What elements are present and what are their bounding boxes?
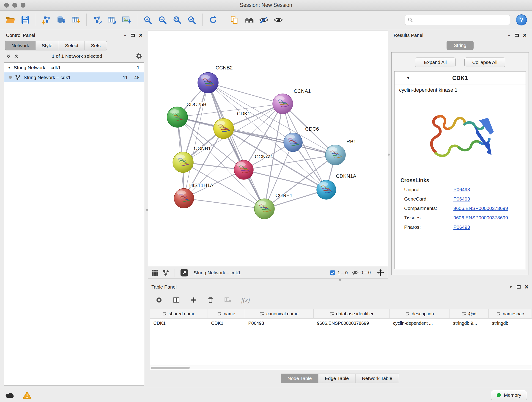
network-graph[interactable]: CCNB2CCNA1CDC25BCDK1CDC6RB1CCNB1CCNA2CDK… [148, 31, 388, 267]
network-node-CDC6[interactable]: CDC6 [284, 126, 319, 152]
help-button[interactable]: ? [516, 14, 527, 26]
column-header[interactable]: shared name [150, 309, 208, 319]
delete-table-icon[interactable] [224, 296, 232, 304]
left-splitter[interactable] [146, 30, 148, 387]
cell-shared-name[interactable]: CDK1 [150, 319, 208, 328]
open-session-button[interactable] [4, 13, 17, 27]
import-table-button[interactable] [69, 13, 83, 27]
network-canvas[interactable]: CCNB2CCNA1CDC25BCDK1CDC6RB1CCNB1CCNA2CDK… [148, 30, 388, 267]
function-builder-button[interactable]: f(x) [241, 297, 250, 304]
import-network-button[interactable] [40, 13, 53, 27]
search-input[interactable] [415, 17, 507, 23]
panel-menu-icon[interactable]: ▼ [507, 33, 511, 37]
compartments-link[interactable]: 9606.ENSP00000378699 [453, 206, 521, 211]
zoom-selected-button[interactable] [185, 13, 199, 27]
right-splitter[interactable] [388, 30, 390, 279]
cell-database-identifier[interactable]: 9606.ENSP00000378699 [314, 319, 390, 328]
show-columns-icon[interactable] [172, 296, 180, 304]
pharos-link[interactable]: P06493 [453, 224, 521, 230]
detach-view-icon[interactable] [180, 268, 189, 277]
collapse-all-button[interactable]: Collapse All [464, 57, 505, 67]
copy-document-button[interactable] [228, 13, 241, 27]
network-node-CCNE1[interactable]: CCNE1 [254, 192, 293, 219]
float-panel-icon[interactable] [131, 34, 135, 37]
warning-icon[interactable] [22, 391, 32, 399]
minimize-window-button[interactable] [12, 3, 17, 7]
cloud-icon[interactable] [5, 391, 16, 399]
bottom-splitter[interactable] [148, 279, 532, 282]
single-view-icon[interactable] [162, 269, 170, 276]
network-edge[interactable] [208, 83, 283, 104]
tab-network-table[interactable]: Network Table [355, 374, 399, 383]
reapply-layout-button[interactable] [206, 13, 220, 27]
network-edge[interactable] [208, 83, 336, 155]
float-panel-icon[interactable] [517, 285, 520, 288]
show-graphics-details-button[interactable] [272, 13, 285, 27]
zoom-window-button[interactable] [21, 3, 25, 7]
tab-network[interactable]: Network [5, 41, 35, 51]
zoom-in-button[interactable] [141, 13, 155, 27]
selected-checkbox-icon[interactable] [329, 270, 336, 276]
expand-all-button[interactable]: Expand All [415, 57, 456, 67]
protein-card-header[interactable]: ▼ CDK1 [394, 71, 526, 85]
hidden-eye-slash-icon[interactable] [351, 269, 359, 276]
column-header[interactable]: database identifier [314, 309, 390, 319]
table-row[interactable]: CDK1 CDK1 P06493 9606.ENSP00000378699 cy… [150, 319, 532, 328]
export-image-button[interactable] [120, 13, 133, 27]
network-edge[interactable] [184, 198, 264, 209]
uniprot-link[interactable]: P06493 [453, 187, 521, 192]
column-header[interactable]: name [208, 309, 245, 319]
pan-crosshair-icon[interactable] [377, 269, 385, 277]
grid-view-icon[interactable] [151, 269, 158, 276]
network-edge[interactable] [208, 83, 264, 209]
tree-expand-icon[interactable]: ▼ [7, 65, 11, 70]
delete-column-trash-icon[interactable] [207, 296, 214, 304]
table-settings-gear-icon[interactable] [155, 296, 163, 304]
expand-all-icon[interactable] [14, 54, 19, 59]
cell-name[interactable]: CDK1 [208, 319, 245, 328]
cell-namespace[interactable]: stringdb [489, 319, 532, 328]
cell-description[interactable]: cyclin-dependent ... [390, 319, 450, 328]
network-node-CDKN1A[interactable]: CDKN1A [317, 173, 356, 199]
column-header[interactable]: namespac [489, 309, 532, 319]
genecard-link[interactable]: P06493 [453, 196, 521, 202]
tab-select[interactable]: Select [59, 41, 85, 51]
network-node-CCNB2[interactable]: CCNB2 [198, 65, 233, 93]
cell-canonical-name[interactable]: P06493 [245, 319, 314, 328]
cell-id[interactable]: stringdb:9... [450, 319, 489, 328]
show-panels-button[interactable] [242, 13, 256, 27]
tab-style[interactable]: Style [35, 41, 59, 51]
network-edge[interactable] [184, 83, 208, 198]
close-panel-icon[interactable]: × [523, 32, 526, 38]
add-column-icon[interactable] [190, 296, 197, 304]
tab-sets[interactable]: Sets [85, 41, 107, 51]
column-header[interactable]: canonical name [245, 309, 314, 319]
network-row[interactable]: String Network – cdk1 11 48 [4, 72, 144, 82]
close-panel-icon[interactable]: × [525, 284, 528, 290]
tab-edge-table[interactable]: Edge Table [318, 374, 355, 383]
zoom-fit-button[interactable] [170, 13, 184, 27]
network-edge[interactable] [224, 128, 336, 155]
export-table-button[interactable] [105, 13, 119, 27]
network-node-HIST1H1A[interactable]: HIST1H1A [174, 182, 213, 208]
import-network-database-button[interactable] [54, 13, 68, 27]
column-header[interactable]: @id [450, 309, 489, 319]
close-window-button[interactable] [4, 3, 9, 7]
column-header[interactable]: description [390, 309, 450, 319]
float-panel-icon[interactable] [515, 34, 519, 37]
network-node-CCNB1[interactable]: CCNB1 [173, 146, 211, 172]
network-collection-row[interactable]: ▼ String Network – cdk1 1 [4, 63, 144, 72]
collapse-all-icon[interactable] [6, 54, 11, 59]
horizontal-scrollbar[interactable] [150, 366, 532, 370]
network-node-CCNA1[interactable]: CCNA1 [273, 88, 311, 114]
save-session-button[interactable] [18, 13, 32, 27]
hide-graphics-details-button[interactable] [257, 13, 271, 27]
network-node-RB1[interactable]: RB1 [325, 139, 356, 165]
panel-menu-icon[interactable]: ▼ [509, 285, 513, 289]
export-network-button[interactable] [90, 13, 104, 27]
network-edge[interactable] [183, 104, 283, 162]
zoom-out-button[interactable] [156, 13, 169, 27]
scrollbar-thumb[interactable] [151, 367, 190, 369]
tissues-link[interactable]: 9606.ENSP00000378699 [453, 215, 521, 220]
tab-string[interactable]: String [447, 41, 474, 50]
